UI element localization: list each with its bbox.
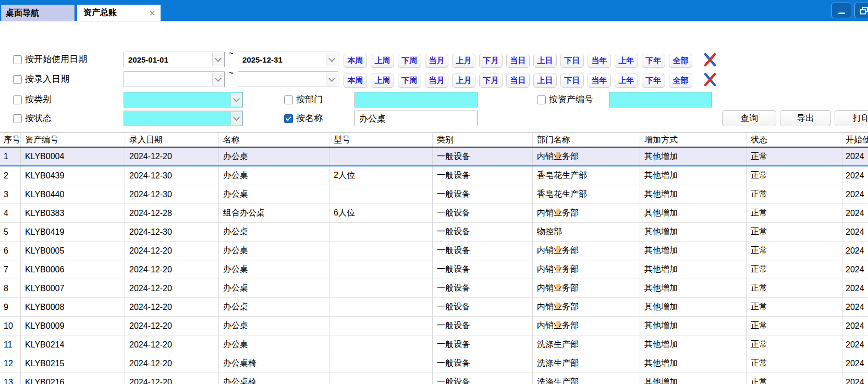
quick-date-button[interactable]: 本周 [344, 74, 367, 88]
quick-date-button[interactable]: 下年 [642, 74, 665, 88]
clear-tools-icon[interactable] [702, 72, 718, 88]
column-header[interactable]: 增加方式 [640, 133, 747, 147]
query-button[interactable]: 查询 [722, 110, 776, 126]
quick-date-button[interactable]: 本周 [344, 54, 367, 68]
column-header[interactable]: 开始使 [842, 133, 868, 147]
quick-date-button[interactable]: 上年 [615, 54, 638, 68]
table-row[interactable]: 5KLYB04192024-12-30办公桌一般设备物控部其他增加正常2024 [0, 223, 868, 242]
quick-date-button[interactable]: 上周 [371, 74, 394, 88]
table-row[interactable]: 13KLYB02162024-12-20办公桌椅一般设备洗涤生产部其他增加正常2… [0, 373, 868, 384]
category-select[interactable] [124, 92, 243, 107]
chevron-down-icon[interactable] [230, 93, 242, 106]
print-button[interactable]: 打印 [835, 110, 868, 126]
quick-date-button[interactable]: 当日 [506, 74, 530, 88]
table-cell: 正常 [747, 317, 842, 335]
column-header[interactable]: 录入日期 [125, 133, 219, 147]
name-label: 按名称 [296, 113, 323, 124]
start-date-from-select[interactable]: 2025-01-01 [124, 52, 225, 67]
quick-date-button[interactable]: 下周 [398, 74, 421, 88]
department-input[interactable] [354, 92, 478, 107]
quick-date-button[interactable]: 下周 [398, 54, 421, 68]
table-cell: KLYB0005 [21, 242, 125, 260]
tab-asset-ledger[interactable]: 资产总账 × [77, 5, 161, 21]
quick-date-button[interactable]: 上月 [452, 54, 475, 68]
column-header[interactable]: 资产编号 [21, 133, 125, 147]
table-cell: 12 [0, 354, 21, 373]
category-checkbox[interactable] [13, 95, 22, 104]
minimize-button[interactable] [832, 3, 851, 18]
table-cell: 2024 [842, 298, 868, 317]
quick-date-button[interactable]: 下日 [560, 54, 584, 68]
column-header[interactable]: 部门名称 [533, 133, 640, 147]
quick-date-button[interactable]: 当月 [425, 74, 448, 88]
entry-date-checkbox[interactable] [13, 75, 22, 84]
table-row[interactable]: 6KLYB00052024-12-20办公桌一般设备内销业务部其他增加正常202… [0, 242, 868, 260]
table-cell: 内销业务部 [533, 298, 640, 317]
quick-date-button[interactable]: 上月 [452, 74, 475, 88]
close-icon[interactable]: × [149, 8, 155, 18]
restore-button[interactable] [854, 3, 868, 18]
column-header[interactable]: 名称 [219, 133, 329, 147]
quick-date-button[interactable]: 当日 [506, 54, 530, 68]
table-row[interactable]: 8KLYB00072024-12-20办公桌一般设备内销业务部其他增加正常202… [0, 279, 868, 298]
table-row[interactable]: 3KLYB04402024-12-30办公桌一般设备香皂花生产部其他增加正常20… [0, 185, 868, 204]
table-cell: 内销业务部 [533, 260, 640, 279]
table-cell: 4 [0, 204, 21, 223]
entry-date-from-select[interactable] [124, 71, 225, 87]
department-checkbox[interactable] [284, 95, 293, 104]
quick-date-button[interactable]: 下年 [642, 54, 665, 68]
start-date-checkbox[interactable] [13, 55, 22, 64]
start-date-to-select[interactable]: 2025-12-31 [238, 52, 338, 67]
chevron-down-icon[interactable] [212, 73, 224, 86]
quick-date-button[interactable]: 当年 [588, 74, 611, 88]
chevron-down-icon[interactable] [326, 53, 337, 66]
table-row[interactable]: 9KLYB00082024-12-20办公桌一般设备内销业务部其他增加正常202… [0, 298, 868, 317]
quick-date-button[interactable]: 上年 [615, 74, 638, 88]
chevron-down-icon[interactable] [212, 53, 224, 66]
column-header[interactable]: 序号 [0, 133, 21, 147]
table-cell: 办公桌 [219, 317, 329, 335]
table-cell: KLYB0216 [21, 373, 125, 384]
chevron-down-icon[interactable] [326, 73, 337, 86]
quick-date-button[interactable]: 当月 [425, 54, 448, 68]
entry-date-to-select[interactable] [238, 71, 338, 87]
table-cell: 2024-12-20 [125, 242, 219, 260]
table-cell: 2024-12-20 [125, 354, 219, 373]
quick-date-button[interactable]: 上日 [533, 74, 557, 88]
table-row[interactable]: 12KLYB02152024-12-20办公桌椅一般设备洗涤生产部其他增加正常2… [0, 354, 868, 373]
quick-date-button[interactable]: 上日 [533, 54, 557, 68]
quick-date-button[interactable]: 下月 [479, 54, 503, 68]
name-checkbox[interactable] [284, 114, 293, 123]
table-row[interactable]: 2KLYB04392024-12-30办公桌2人位一般设备香皂花生产部其他增加正… [0, 166, 868, 185]
table-row[interactable]: 11KLYB02142024-12-20办公桌一般设备洗涤生产部其他增加正常20… [0, 335, 868, 354]
table-cell: 香皂花生产部 [533, 166, 640, 185]
name-input[interactable] [354, 111, 478, 126]
status-select[interactable] [124, 111, 243, 126]
asset-no-checkbox[interactable] [537, 95, 546, 104]
chevron-down-icon[interactable] [230, 112, 242, 125]
quick-date-button[interactable]: 全部 [669, 74, 692, 88]
table-cell: 办公桌 [219, 185, 329, 204]
quick-date-button[interactable]: 下日 [560, 74, 584, 88]
table-row[interactable]: 10KLYB00092024-12-20办公桌一般设备内销业务部其他增加正常20… [0, 317, 868, 335]
table-cell: 2024-12-20 [125, 260, 219, 279]
status-checkbox[interactable] [13, 114, 22, 123]
table-row[interactable]: 7KLYB00062024-12-20办公桌一般设备内销业务部其他增加正常202… [0, 260, 868, 279]
column-header[interactable]: 类别 [433, 133, 533, 147]
table-row[interactable]: 4KLYB03832024-12-28组合办公桌6人位一般设备内销业务部其他增加… [0, 204, 868, 223]
tab-desktop-navigation[interactable]: 桌面导航 [1, 5, 75, 21]
quick-date-button[interactable]: 上周 [371, 54, 394, 68]
table-cell: KLYB0004 [21, 148, 125, 165]
clear-tools-icon[interactable] [702, 52, 718, 68]
quick-date-button[interactable]: 下月 [479, 74, 503, 88]
table-row[interactable]: 1KLYB00042024-12-20办公桌一般设备内销业务部其他增加正常202… [0, 148, 868, 166]
quick-date-button[interactable]: 全部 [669, 54, 692, 68]
asset-no-input[interactable] [609, 92, 712, 107]
table-cell: 正常 [747, 354, 842, 373]
column-header[interactable]: 状态 [747, 133, 842, 147]
table-cell: 办公桌 [219, 279, 329, 298]
quick-date-button[interactable]: 当年 [588, 54, 611, 68]
column-header[interactable]: 型号 [329, 133, 433, 147]
table-cell: 内销业务部 [533, 279, 640, 298]
export-button[interactable]: 导出 [780, 110, 831, 126]
